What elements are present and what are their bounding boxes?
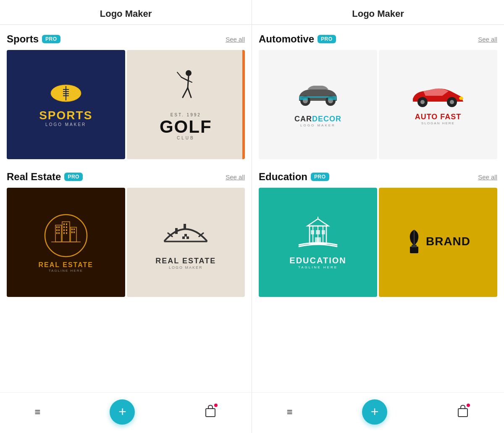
edu1-title: EDUCATION [289,256,346,265]
edu2-content: BRAND [379,188,497,297]
svg-rect-42 [206,409,215,417]
right-header: Logo Maker [252,0,504,25]
sports-pro-badge: PRO [42,35,60,43]
auto1-content: CARDECOR LOGO MAKER [259,50,377,159]
svg-rect-17 [56,229,58,231]
re2-subtitle: LOGO MAKER [155,265,216,270]
auto1-inner: CARDECOR LOGO MAKER [293,82,343,127]
right-bag-container [457,404,469,420]
svg-rect-38 [182,236,185,239]
re2-inner: REAL ESTATE LOGO MAKER [155,215,216,270]
sports-section: Sports PRO See all [7,33,245,159]
svg-point-51 [420,100,425,104]
realestate-section-title: Real Estate [7,171,61,183]
svg-rect-37 [184,224,186,230]
auto-logo-card-2[interactable]: AUTO FAST SLOGAN HERE [379,50,497,159]
right-bottom-nav: ≡ + [252,392,504,433]
feather-pen-icon [406,229,423,254]
automotive-see-all[interactable]: See all [478,36,497,43]
sports-orange-bar [242,50,245,159]
svg-rect-25 [66,226,67,228]
svg-rect-22 [63,223,65,225]
svg-line-11 [188,88,191,97]
svg-rect-39 [186,236,189,239]
auto1-name: CARDECOR [293,115,343,123]
edu1-content: EDUCATION TAGLINE HERE [259,188,377,297]
svg-rect-61 [316,230,320,234]
education-section: Education PRO See all [259,171,497,297]
automotive-section-title: Automotive [259,33,314,45]
re2-title: REAL ESTATE [155,257,216,265]
realestate-logo-grid: REAL ESTATE TAGLINE HERE [7,188,245,297]
svg-rect-49 [328,98,336,100]
svg-rect-34 [74,231,75,233]
automotive-section-header: Automotive PRO See all [259,33,497,45]
right-plus-icon: + [371,405,379,418]
right-plus-button[interactable]: + [362,399,387,425]
edu-logo-card-1[interactable]: EDUCATION TAGLINE HERE [259,188,377,297]
sports1-subtitle: LOGO MAKER [39,122,92,127]
svg-point-13 [45,215,87,257]
svg-rect-27 [66,229,67,231]
education-title-group: Education PRO [259,171,329,183]
automotive-logo-grid: CARDECOR LOGO MAKER [259,50,497,159]
re2-content: REAL ESTATE LOGO MAKER [127,188,245,297]
auto2-slogan: SLOGAN HERE [411,121,465,125]
auto1-tagline: LOGO MAKER [293,123,343,127]
automotive-title-group: Automotive PRO [259,33,336,45]
svg-rect-67 [458,409,467,417]
education-pro-badge: PRO [311,173,329,181]
realestate-see-all[interactable]: See all [226,173,245,181]
right-menu-icon[interactable]: ≡ [287,406,293,418]
svg-rect-15 [56,226,58,228]
sports-see-all[interactable]: See all [226,36,245,43]
svg-rect-48 [299,98,308,100]
automotive-section: Automotive PRO See all [259,33,497,159]
car-front-icon [293,82,343,111]
left-menu-icon[interactable]: ≡ [34,406,40,418]
realestate-title-group: Real Estate PRO [7,171,83,183]
svg-rect-23 [66,223,67,225]
sports-title-group: Sports PRO [7,33,60,45]
svg-rect-24 [63,226,65,228]
svg-rect-40 [184,234,187,236]
svg-line-9 [177,72,181,77]
svg-line-12 [181,77,192,82]
sports-logo-card-2[interactable]: EST. 1992 GOLF CLUB [127,50,245,159]
right-panel: Logo Maker Automotive PRO See all [252,0,504,433]
sports-logo-card-1[interactable]: SPORTS LOGO MAKER [7,50,125,159]
realestate-logo-card-2[interactable]: REAL ESTATE LOGO MAKER [127,188,245,297]
svg-rect-36 [175,228,178,234]
auto-logo-card-1[interactable]: CARDECOR LOGO MAKER [259,50,377,159]
education-section-title: Education [259,171,307,183]
house-roof-icon [160,215,211,253]
education-section-header: Education PRO See all [259,171,497,183]
svg-rect-16 [58,226,60,228]
auto2-content: AUTO FAST SLOGAN HERE [379,50,497,159]
svg-rect-65 [410,247,418,253]
re1-title: REAL ESTATE [39,261,93,269]
realestate-section: Real Estate PRO See all [7,171,245,297]
re1-tagline: TAGLINE HERE [39,269,93,273]
education-see-all[interactable]: See all [478,173,497,181]
auto2-inner: AUTO FAST SLOGAN HERE [411,84,465,125]
svg-rect-63 [315,237,321,244]
right-content: Automotive PRO See all [252,25,504,392]
edu-logo-card-2[interactable]: BRAND [379,188,497,297]
realestate-logo-card-1[interactable]: REAL ESTATE TAGLINE HERE [7,188,125,297]
edu2-inner: BRAND [406,229,470,256]
sports-logo-1-content: SPORTS LOGO MAKER [7,50,125,159]
svg-point-53 [450,100,454,104]
education-logo-grid: EDUCATION TAGLINE HERE [259,188,497,297]
sports1-inner: SPORTS LOGO MAKER [39,83,92,127]
svg-rect-18 [58,229,60,231]
left-plus-button[interactable]: + [110,399,135,425]
svg-marker-56 [307,219,328,226]
svg-point-6 [186,70,192,76]
svg-line-7 [188,76,189,88]
football-icon [49,83,83,104]
auto1-name-span: DECOR [312,115,341,123]
left-bag-dot [214,404,218,407]
svg-rect-26 [63,229,65,231]
edu1-tagline: TAGLINE HERE [289,265,346,269]
